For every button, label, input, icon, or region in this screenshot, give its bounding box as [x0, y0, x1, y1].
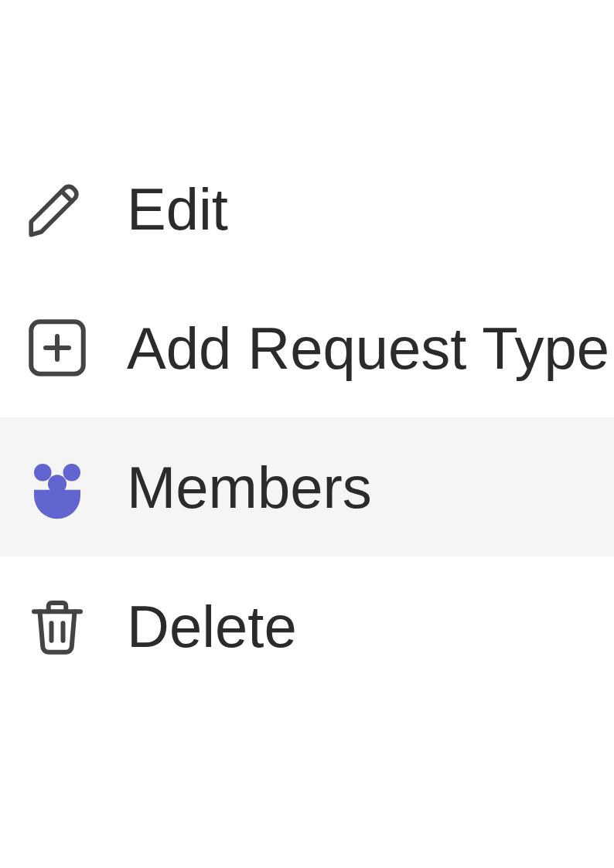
members-icon	[19, 448, 96, 526]
menu-item-add-request-type[interactable]: Add Request Type	[0, 278, 614, 417]
svg-line-0	[62, 192, 72, 202]
menu-item-members[interactable]: Members	[0, 417, 614, 557]
menu-item-edit[interactable]: Edit	[0, 139, 614, 278]
trash-icon	[19, 587, 96, 665]
svg-point-4	[34, 464, 52, 482]
plus-square-icon	[19, 309, 96, 386]
pencil-icon	[19, 170, 96, 247]
menu-item-label: Members	[127, 454, 372, 521]
menu-item-label: Delete	[127, 593, 297, 660]
context-menu: Edit Add Request Type Members	[0, 139, 614, 696]
menu-item-label: Edit	[127, 175, 228, 243]
menu-item-label: Add Request Type	[127, 315, 609, 382]
svg-point-5	[63, 464, 81, 482]
menu-item-delete[interactable]: Delete	[0, 557, 614, 696]
